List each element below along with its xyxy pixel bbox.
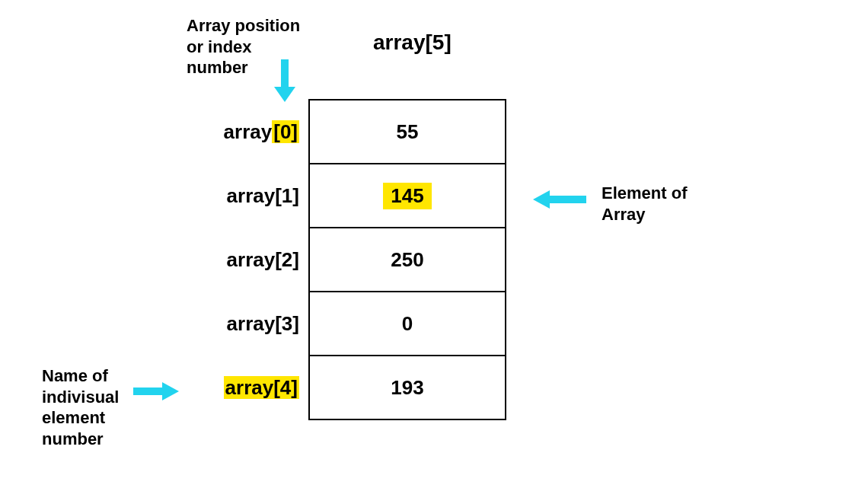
arrow-down-icon (271, 59, 298, 102)
array-label-1: array[1] (185, 184, 299, 208)
svg-marker-3 (533, 190, 550, 209)
array-cell-0: 55 (310, 100, 505, 164)
array-label-3: array[3] (185, 312, 299, 336)
array-label-4: array[4] (185, 376, 299, 400)
array-table: 55 145 250 0 193 (308, 99, 506, 420)
annotation-name: Name of indivisual element number (42, 366, 119, 448)
array-label-0: array[0] (185, 120, 299, 144)
arrow-left-icon (533, 189, 586, 210)
annotation-element: Element of Array (602, 183, 687, 224)
array-cell-4: 193 (310, 356, 505, 420)
array-cell-3: 0 (308, 292, 506, 356)
arrow-right-icon (133, 381, 179, 402)
array-declaration-title: array[5] (373, 30, 452, 54)
svg-marker-5 (162, 382, 179, 400)
array-cell-2: 250 (310, 228, 505, 292)
array-cell-1: 145 (310, 164, 505, 228)
array-label-2: array[2] (185, 248, 299, 272)
svg-marker-1 (274, 87, 295, 102)
